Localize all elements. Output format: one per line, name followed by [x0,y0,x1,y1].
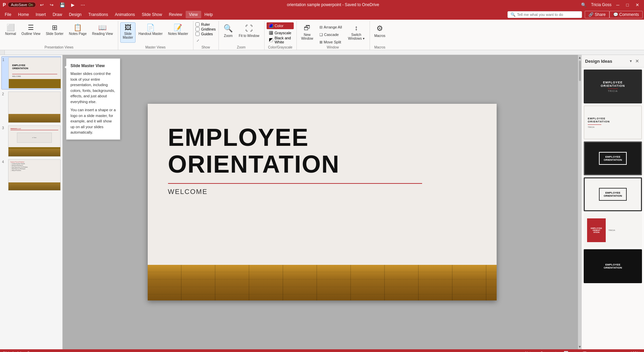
cascade-label: Cascade [324,33,339,37]
design-ideas-content[interactable]: EMPLOYEEORIENTATION TRICIA EMPLOYEEORIEN… [582,67,644,349]
guides-checkbox-row[interactable]: Guides [195,32,215,36]
comments-button[interactable]: 💬 Comments [609,11,643,18]
menu-home[interactable]: Home [15,11,32,18]
design-card-3-text: EMPLOYEEORIENTATION [599,152,627,165]
title-bar: P AutoSave On ↩ ↪ 💾 ▶ ⋯ orientation samp… [0,0,644,9]
slide4-floor [8,183,60,190]
design-card-4[interactable]: EMPLOYEEORIENTATION [584,177,642,211]
slide-sorter-button[interactable]: ⊞ Slide Sorter [43,22,66,43]
black-white-button[interactable]: Black andWhite [267,37,294,43]
minimize-button[interactable]: ─ [614,2,621,8]
menu-bar: File Home Insert Draw Design Transitions… [0,9,644,20]
slide-sorter-status-button[interactable]: ⊞ [573,351,578,352]
ruler-label: Ruler [201,22,210,26]
autosave-toggle[interactable]: AutoSave On [8,2,36,7]
design-card-3[interactable]: EMPLOYEEORIENTATION [584,141,642,175]
notes-master-button[interactable]: 📝 Notes Master [166,22,190,43]
right-scrollbar[interactable]: ▲ ▼ [578,55,581,349]
design-card-5[interactable]: EMPLOYEEORIENTATION TRICIA [584,213,642,247]
search-input[interactable] [517,13,579,17]
close-button[interactable]: ✕ [633,2,641,8]
notes-page-button[interactable]: 📋 Notes Page [66,22,89,43]
main-slide[interactable]: EMPLOYEE ORIENTATION WELCOME [148,104,497,300]
menu-transitions[interactable]: Transitions [85,11,111,18]
design-card-6[interactable]: EMPLOYEEORIENTATION [584,249,642,283]
reading-view-button[interactable]: 📖 Reading View [90,22,116,43]
cascade-icon: ❑ [319,33,323,37]
menu-design[interactable]: Design [65,11,85,18]
design-ideas-close[interactable]: ✕ [634,58,641,64]
ruler-top [0,50,644,55]
share-button[interactable]: 🔗 Share [585,11,609,18]
design-ideas-chevron[interactable]: ▾ [629,58,632,64]
guides-checkbox[interactable] [195,32,200,36]
new-window-button[interactable]: 🗗 NewWindow [299,22,316,43]
switch-windows-button[interactable]: ↕ SwitchWindows ▾ [346,22,367,43]
color-button[interactable]: Color [267,22,294,29]
grayscale-button[interactable]: Grayscale [267,30,294,36]
tooltip-line2: You can insert a shape or a logo on a sl… [70,107,116,135]
slide-thumb-3[interactable]: 3 PARKDICK, LLC ⚙ Gears [1,125,61,157]
menu-draw[interactable]: Draw [49,11,65,18]
zoom-button[interactable]: 🔍 Zoom [221,22,236,43]
slide-thumb-4[interactable]: 4 Employee Personal Handbook — Company E… [1,159,61,191]
title-bar-left: P AutoSave On ↩ ↪ 💾 ▶ ⋯ [3,2,87,8]
save-button[interactable]: 💾 [58,2,67,8]
ruler-checkbox-row[interactable]: Ruler [195,22,215,26]
handout-master-button[interactable]: 📄 Handout Master [136,22,165,43]
menu-animations[interactable]: Animations [111,11,138,18]
undo-button[interactable]: ↩ [38,2,46,8]
normal-view-button[interactable]: ⬜ Normal [3,22,18,43]
design-card-6-text: EMPLOYEEORIENTATION [604,263,622,269]
menu-slideshow[interactable]: Slide Show [138,11,165,18]
menu-help[interactable]: Help [201,11,216,18]
outline-label: Outline View [21,32,40,36]
slide-thumb-1[interactable]: 1 EMPLOYEEORIENTATION WELCOME [1,56,61,90]
reading-icon: 📖 [98,24,107,31]
maximize-button[interactable]: □ [624,2,631,8]
slide-title-area: EMPLOYEE ORIENTATION WELCOME [168,124,476,196]
arrange-all-button[interactable]: ⊟ Arrange All [317,24,345,31]
move-split-button[interactable]: ⊞ Move Split [317,39,345,45]
scroll-track[interactable] [579,61,581,344]
slide-thumb-2[interactable]: 2 [1,91,61,123]
slide-panel[interactable]: 1 EMPLOYEEORIENTATION WELCOME 2 3 PARKDI… [0,55,63,349]
slide4-content: Employee Personal Handbook — Company Emp… [11,161,58,171]
outline-view-button[interactable]: ☰ Outline View [19,22,43,43]
gridlines-checkbox-row[interactable]: Gridlines [195,27,215,31]
macros-button[interactable]: ⚙ Macros [372,22,388,43]
scroll-down-arrow[interactable]: ▼ [578,344,581,349]
normal-view-status-button[interactable]: ⬜ [562,351,570,352]
cascade-button[interactable]: ❑ Cascade [317,31,345,38]
slide-master-button[interactable]: 🖼 SlideMaster [120,22,136,43]
fit-to-window-button[interactable]: ⛶ Fit to Window [236,22,262,43]
menu-insert[interactable]: Insert [32,11,49,18]
present-button[interactable]: ▶ [69,2,77,8]
gridlines-label: Gridlines [201,27,215,31]
menu-view[interactable]: View [186,11,201,18]
menu-review[interactable]: Review [165,11,185,18]
search-title-btn[interactable]: 🔍 [579,2,588,8]
notes-status-button[interactable]: Notes [524,351,536,352]
scroll-up-arrow[interactable]: ▲ [578,55,581,60]
canvas-area: Slide Master View Master slides control … [63,55,581,349]
gridlines-checkbox[interactable] [195,27,200,31]
menu-file[interactable]: File [1,11,15,18]
design-card-1[interactable]: EMPLOYEEORIENTATION TRICIA [584,70,642,103]
show-expand-icon[interactable]: ⤢ [195,38,200,43]
slideshow-status-button[interactable]: ▶ [591,351,597,352]
reading-view-status-button[interactable]: 📖 [581,351,588,352]
slide-preview-2 [8,92,61,123]
search-bar[interactable]: 🔍 [507,11,582,18]
design-card-1-text: EMPLOYEEORIENTATION TRICIA [601,81,625,92]
more-btn[interactable]: ⋯ [79,2,87,8]
slide1-welcome: WELCOME [12,75,21,77]
zoom-level-button[interactable]: 103% [629,351,641,352]
design-card-5-red-text: EMPLOYEEORIENTATION [591,227,602,233]
redo-button[interactable]: ↪ [48,2,56,8]
comments-status-button[interactable]: Comments [539,351,560,352]
design-card-2[interactable]: EMPLOYEEORIENTATION TRICIA [584,105,642,139]
slide-master-tooltip: Slide Master View Master slides control … [66,58,120,140]
ruler-checkbox[interactable] [195,22,200,26]
new-window-icon: 🗗 [304,24,311,32]
